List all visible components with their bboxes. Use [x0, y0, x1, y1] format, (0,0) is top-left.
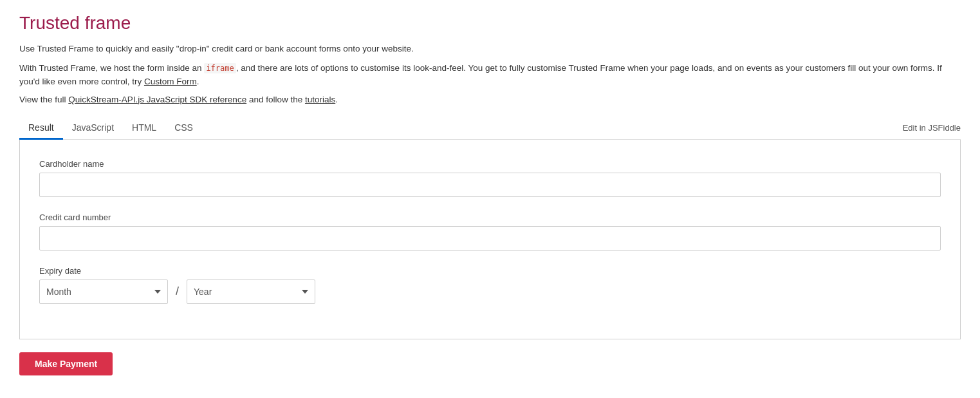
- card-number-group: Credit card number: [39, 213, 941, 251]
- reference-line: View the full QuickStream-API.js JavaScr…: [19, 95, 961, 104]
- expiry-row: Month 01 02 03 04 05 06 07 08 09 10 11 1…: [39, 280, 941, 304]
- tutorials-link[interactable]: tutorials: [305, 95, 335, 104]
- description-1: Use Trusted Frame to quickly and easily …: [19, 43, 961, 55]
- cardholder-label: Cardholder name: [39, 159, 941, 169]
- month-select[interactable]: Month 01 02 03 04 05 06 07 08 09 10 11 1…: [39, 280, 168, 304]
- edit-jsfiddle-link[interactable]: Edit in JSFiddle: [903, 123, 961, 133]
- card-number-label: Credit card number: [39, 213, 941, 222]
- expiry-separator: /: [176, 285, 179, 298]
- sdk-reference-link[interactable]: QuickStream-API.js JavaScript SDK refere…: [68, 95, 246, 104]
- year-select[interactable]: Year 2024 2025 2026 2027 2028 2029 2030: [187, 280, 315, 304]
- tabs-bar: Result JavaScript HTML CSS Edit in JSFid…: [19, 117, 961, 140]
- description-2: With Trusted Frame, we host the form ins…: [19, 62, 961, 88]
- tab-html[interactable]: HTML: [123, 117, 165, 140]
- trusted-frame-panel: Cardholder name Credit card number Expir…: [19, 140, 961, 339]
- card-number-input[interactable]: [39, 226, 941, 251]
- expiry-label: Expiry date: [39, 266, 941, 276]
- cardholder-group: Cardholder name: [39, 159, 941, 197]
- custom-form-link[interactable]: Custom Form: [144, 77, 197, 86]
- cardholder-input[interactable]: [39, 173, 941, 197]
- tab-css[interactable]: CSS: [165, 117, 202, 140]
- tab-javascript[interactable]: JavaScript: [63, 117, 123, 140]
- make-payment-button[interactable]: Make Payment: [19, 352, 113, 375]
- page-title: Trusted frame: [19, 13, 961, 33]
- expiry-group: Expiry date Month 01 02 03 04 05 06 07 0…: [39, 266, 941, 304]
- tab-result[interactable]: Result: [19, 117, 63, 140]
